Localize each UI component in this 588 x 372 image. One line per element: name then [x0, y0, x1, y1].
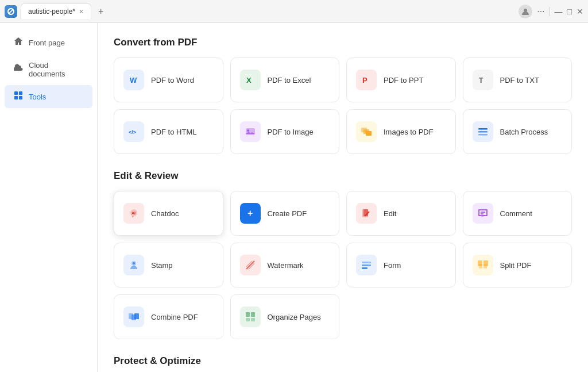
- images-to-pdf-label: Images to PDF: [384, 128, 434, 136]
- create-pdf-icon: +: [240, 203, 261, 224]
- edit-label: Edit: [384, 209, 396, 218]
- svg-text:</>: </>: [129, 129, 136, 135]
- svg-text:X: X: [246, 76, 252, 85]
- tool-batch-process[interactable]: Batch Process: [463, 109, 572, 154]
- svg-text:+: +: [247, 208, 253, 218]
- tool-stamp[interactable]: Stamp: [114, 243, 223, 287]
- pdf-to-excel-icon: X: [240, 70, 261, 90]
- edit-icon: [356, 203, 377, 224]
- stamp-label: Stamp: [151, 261, 173, 270]
- chatdoc-label: Chatdoc: [151, 209, 179, 218]
- svg-rect-2: [19, 91, 22, 95]
- svg-rect-43: [362, 262, 371, 263]
- svg-text:P: P: [362, 76, 368, 85]
- pdf-to-word-icon: W: [123, 70, 144, 90]
- tool-chatdoc[interactable]: AI Chatdoc: [114, 191, 223, 236]
- section-convert-title: Convert from PDF: [114, 37, 572, 48]
- tool-comment[interactable]: Comment: [463, 191, 572, 236]
- pdf-to-txt-icon: T: [473, 70, 493, 90]
- svg-rect-59: [251, 318, 255, 321]
- split-pdf-icon: [473, 255, 493, 275]
- svg-rect-25: [478, 134, 488, 136]
- tool-pdf-to-excel[interactable]: X PDF to Excel: [230, 57, 340, 102]
- pdf-to-ppt-icon: P: [356, 70, 377, 90]
- svg-text:AI: AI: [131, 211, 136, 215]
- chatdoc-icon: AI: [123, 203, 144, 224]
- tool-watermark[interactable]: Watermark: [230, 243, 340, 287]
- combine-pdf-icon: [123, 306, 144, 327]
- user-avatar-icon[interactable]: [519, 5, 532, 18]
- close-button[interactable]: ✕: [577, 7, 583, 16]
- sidebar-item-cloud-documents[interactable]: Cloud documents: [5, 55, 92, 84]
- separator: [550, 7, 550, 16]
- tab-label: autistic-people*: [28, 7, 75, 16]
- home-icon: [14, 37, 23, 48]
- pdf-to-html-icon: </>: [123, 121, 144, 142]
- tool-form[interactable]: Form: [346, 243, 456, 287]
- tool-pdf-to-ppt[interactable]: P PDF to PPT: [346, 57, 456, 102]
- tool-pdf-to-html[interactable]: </> PDF to HTML: [114, 109, 223, 154]
- stamp-icon: [123, 255, 144, 275]
- svg-rect-54: [134, 313, 139, 319]
- svg-point-17: [247, 129, 249, 132]
- tool-pdf-to-txt[interactable]: T PDF to TXT: [463, 57, 572, 102]
- sidebar-item-front-page[interactable]: Front page: [5, 31, 92, 54]
- sidebar: Front page Cloud documents Tools: [0, 23, 98, 372]
- tab-close-button[interactable]: ✕: [79, 8, 84, 16]
- batch-process-label: Batch Process: [500, 128, 548, 136]
- active-tab[interactable]: autistic-people* ✕: [21, 3, 91, 19]
- organize-pages-icon: [240, 306, 261, 327]
- svg-rect-50: [483, 264, 487, 269]
- comment-label: Comment: [500, 209, 532, 218]
- split-pdf-label: Split PDF: [500, 261, 532, 270]
- minimize-button[interactable]: —: [555, 7, 563, 16]
- batch-process-icon: [473, 121, 493, 142]
- more-options-button[interactable]: ···: [537, 6, 544, 17]
- organize-pages-label: Organize Pages: [268, 313, 321, 321]
- svg-rect-24: [478, 131, 488, 133]
- app-icon: [5, 5, 17, 18]
- svg-rect-23: [478, 128, 488, 130]
- svg-rect-56: [246, 312, 250, 317]
- maximize-button[interactable]: □: [567, 7, 572, 16]
- svg-point-40: [133, 262, 135, 264]
- section-edit-title: Edit & Review: [114, 170, 572, 182]
- tool-edit[interactable]: Edit: [346, 191, 456, 236]
- tools-grid-icon: [14, 91, 23, 102]
- new-tab-button[interactable]: +: [95, 6, 107, 17]
- tool-split-pdf[interactable]: Split PDF: [463, 243, 572, 287]
- sidebar-item-tools[interactable]: Tools: [5, 85, 92, 108]
- svg-rect-21: [366, 131, 372, 136]
- main-content: Convert from PDF W PDF to Word: [98, 23, 588, 372]
- pdf-to-word-label: PDF to Word: [151, 76, 194, 85]
- titlebar: autistic-people* ✕ + ··· — □ ✕: [0, 0, 588, 23]
- tool-images-to-pdf[interactable]: Images to PDF: [346, 109, 456, 154]
- sidebar-item-cloud-docs-label: Cloud documents: [29, 61, 83, 78]
- form-icon: [356, 255, 377, 275]
- watermark-label: Watermark: [268, 261, 304, 270]
- sidebar-item-front-page-label: Front page: [29, 39, 65, 47]
- app-logo-icon: [7, 7, 15, 16]
- sidebar-item-tools-label: Tools: [29, 93, 46, 101]
- tool-combine-pdf[interactable]: Combine PDF: [114, 294, 223, 339]
- section-convert: Convert from PDF W PDF to Word: [114, 37, 572, 154]
- svg-rect-58: [246, 318, 250, 321]
- watermark-icon: [240, 255, 261, 275]
- comment-icon: [473, 203, 493, 224]
- svg-rect-3: [14, 96, 18, 99]
- app-body: Front page Cloud documents Tools: [0, 23, 588, 372]
- pdf-to-txt-label: PDF to TXT: [500, 76, 539, 85]
- titlebar-left: autistic-people* ✕ +: [5, 3, 519, 19]
- section-protect-title: Protect & Optimize: [114, 355, 572, 367]
- tool-organize-pages[interactable]: Organize Pages: [230, 294, 340, 339]
- convert-tools-grid: W PDF to Word X PDF to Excel: [114, 57, 572, 154]
- tool-pdf-to-word[interactable]: W PDF to Word: [114, 57, 223, 102]
- svg-rect-16: [246, 128, 255, 135]
- pdf-to-image-label: PDF to Image: [268, 128, 314, 136]
- images-to-pdf-icon: [356, 121, 377, 142]
- pdf-to-ppt-label: PDF to PPT: [384, 76, 423, 85]
- tool-create-pdf[interactable]: + Create PDF: [230, 191, 340, 236]
- pdf-to-excel-label: PDF to Excel: [268, 76, 311, 85]
- tool-pdf-to-image[interactable]: PDF to Image: [230, 109, 340, 154]
- form-label: Form: [384, 261, 401, 270]
